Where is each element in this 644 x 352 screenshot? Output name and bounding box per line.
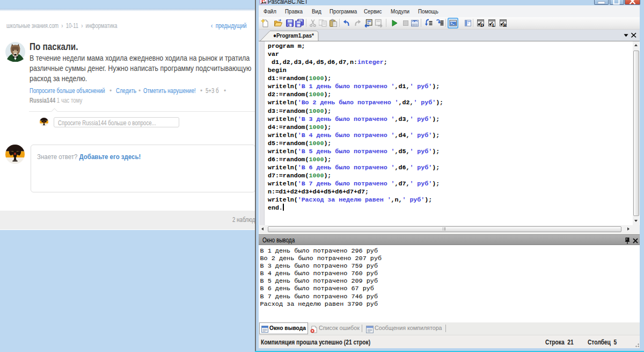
- svg-text:L: L: [492, 23, 495, 28]
- svg-text:R: R: [503, 23, 507, 28]
- svg-text:D: D: [480, 23, 484, 28]
